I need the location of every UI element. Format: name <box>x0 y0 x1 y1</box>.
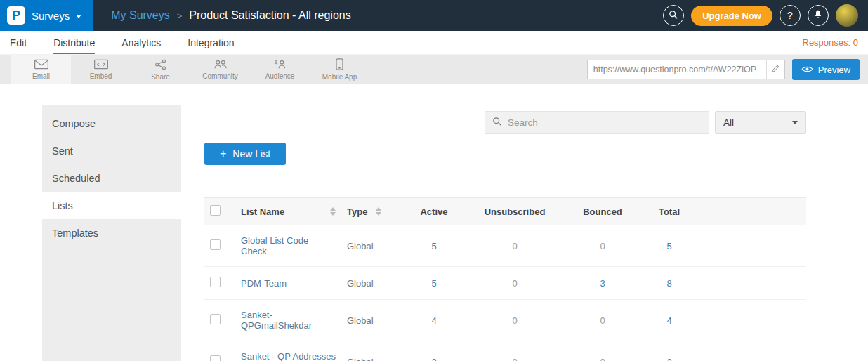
total-count-link[interactable]: 2 <box>666 357 671 361</box>
bounced-count-link[interactable]: 0 <box>600 315 605 326</box>
notifications-button[interactable] <box>808 5 829 26</box>
email-sidebar: Compose Sent Scheduled Lists Templates <box>42 105 181 361</box>
sort-icon[interactable] <box>376 207 381 216</box>
sidebar-item-lists[interactable]: Lists <box>42 192 181 219</box>
total-count-link[interactable]: 5 <box>666 241 671 251</box>
unsubscribed-count-link[interactable]: 0 <box>512 241 517 251</box>
toolbar-item-community[interactable]: Community <box>190 55 250 84</box>
bounced-count-link[interactable]: 3 <box>600 278 605 289</box>
row-checkbox[interactable] <box>210 239 221 250</box>
row-checkbox[interactable] <box>210 314 221 324</box>
table-row[interactable]: Global List Code Check Global 5 0 0 5 <box>204 225 806 267</box>
tab-distribute[interactable]: Distribute <box>53 31 95 54</box>
header-total: Total <box>638 198 701 225</box>
questionpro-logo: P <box>7 6 25 25</box>
tab-analytics[interactable]: Analytics <box>121 31 161 54</box>
new-list-button-label: New List <box>232 148 270 159</box>
share-icon <box>154 59 167 72</box>
community-icon <box>213 59 228 71</box>
filter-selected-value: All <box>723 117 734 128</box>
total-count-link[interactable]: 8 <box>666 278 671 289</box>
total-count-link[interactable]: 4 <box>666 315 671 326</box>
survey-url-input[interactable] <box>588 65 766 74</box>
active-count-link[interactable]: 4 <box>431 315 436 326</box>
search-icon <box>669 10 678 22</box>
header-list-name[interactable]: List Name <box>235 198 341 225</box>
preview-button-label: Preview <box>818 65 850 75</box>
list-type-cell: Global <box>341 341 406 361</box>
bell-icon <box>813 9 823 22</box>
row-spacer <box>701 225 806 267</box>
edit-url-button[interactable] <box>766 60 784 79</box>
bounced-count-link[interactable]: 0 <box>600 357 605 361</box>
list-search-box <box>485 111 709 134</box>
list-type-cell: Global <box>341 225 406 267</box>
list-filter-dropdown[interactable]: All <box>715 111 806 134</box>
header-bounced: Bounced <box>567 198 638 225</box>
active-count-link[interactable]: 2 <box>431 357 436 361</box>
product-menu[interactable]: P Surveys <box>0 0 93 31</box>
header-label: Type <box>347 206 367 217</box>
search-button[interactable] <box>663 5 684 26</box>
breadcrumb-parent-link[interactable]: My Surveys <box>111 9 170 22</box>
active-count-link[interactable]: 5 <box>431 241 436 251</box>
sidebar-item-sent[interactable]: Sent <box>42 137 181 164</box>
preview-button[interactable]: Preview <box>792 59 860 80</box>
toolbar-item-audience[interactable]: $ Audience <box>250 55 310 84</box>
responses-count[interactable]: Responses: 0 <box>803 37 859 48</box>
help-button[interactable]: ? <box>780 5 801 26</box>
table-row[interactable]: PDM-Team Global 5 0 3 8 <box>204 267 806 300</box>
header-spacer <box>701 198 806 225</box>
pencil-icon <box>771 63 780 76</box>
breadcrumb: My Surveys > Product Satisfaction - All … <box>111 9 351 22</box>
list-name-link[interactable]: Sanket-QPGmailShekdar <box>241 310 312 331</box>
product-menu-label: Surveys <box>32 10 70 22</box>
sidebar-item-compose[interactable]: Compose <box>42 110 181 137</box>
svg-text:$: $ <box>275 59 278 65</box>
unsubscribed-count-link[interactable]: 0 <box>512 278 517 289</box>
mobile-app-icon <box>336 58 343 72</box>
avatar[interactable] <box>836 4 858 27</box>
search-input[interactable] <box>508 117 702 128</box>
sidebar-item-templates[interactable]: Templates <box>42 219 181 247</box>
plus-icon: + <box>220 148 226 159</box>
page-title: Product Satisfaction - All regions <box>189 9 350 22</box>
survey-nav: Edit Distribute Analytics Integration Re… <box>0 31 868 55</box>
email-icon <box>34 59 49 71</box>
lists-panel: All + New List List Name <box>181 105 868 361</box>
topbar-actions: Upgrade Now ? <box>663 4 868 27</box>
list-name-link[interactable]: Global List Code Check <box>241 235 308 256</box>
sort-icon[interactable] <box>330 207 336 216</box>
unsubscribed-count-link[interactable]: 0 <box>512 315 517 326</box>
chevron-down-icon <box>76 15 81 18</box>
bounced-count-link[interactable]: 0 <box>600 241 605 251</box>
toolbar-item-embed[interactable]: Embed <box>71 55 131 84</box>
list-name-link[interactable]: PDM-Team <box>241 278 287 289</box>
row-spacer <box>701 267 806 300</box>
table-header-row: List Name Type Active Unsubscribed Bounc… <box>204 198 806 225</box>
chevron-down-icon <box>792 121 798 124</box>
unsubscribed-count-link[interactable]: 0 <box>512 357 517 361</box>
select-all-checkbox[interactable] <box>210 205 221 216</box>
active-count-link[interactable]: 5 <box>431 278 436 289</box>
list-type-cell: Global <box>341 300 406 341</box>
tab-integration[interactable]: Integration <box>188 31 234 54</box>
toolbar-item-label: Email <box>32 72 50 80</box>
toolbar-item-label: Mobile App <box>322 73 357 81</box>
toolbar-item-mobile-app[interactable]: Mobile App <box>310 55 369 84</box>
header-type[interactable]: Type <box>341 198 406 225</box>
distribute-toolbar: Email Embed Share <box>0 55 868 84</box>
row-checkbox[interactable] <box>210 277 221 287</box>
upgrade-now-button[interactable]: Upgrade Now <box>691 6 772 26</box>
row-checkbox[interactable] <box>210 355 221 361</box>
new-list-button[interactable]: + New List <box>204 143 286 165</box>
tab-edit[interactable]: Edit <box>10 31 27 54</box>
toolbar-item-share[interactable]: Share <box>131 55 190 84</box>
table-row[interactable]: Sanket-QPGmailShekdar Global 4 0 0 4 <box>204 300 806 341</box>
table-row[interactable]: Sanket - QP Addresses Only Global 2 0 0 … <box>204 341 806 361</box>
toolbar-item-label: Embed <box>90 72 112 80</box>
list-name-link[interactable]: Sanket - QP Addresses Only <box>241 351 336 361</box>
toolbar-item-email[interactable]: Email <box>11 55 71 84</box>
sidebar-item-scheduled[interactable]: Scheduled <box>42 164 181 192</box>
list-type-cell: Global <box>341 267 406 300</box>
